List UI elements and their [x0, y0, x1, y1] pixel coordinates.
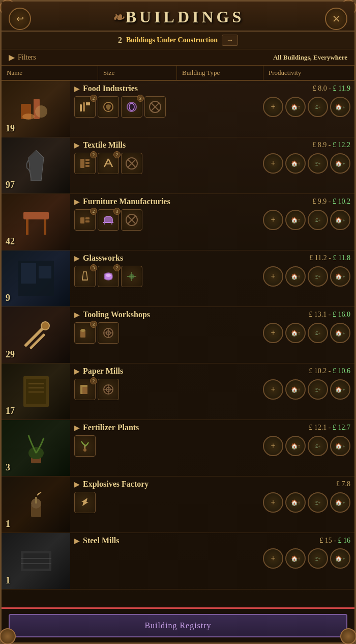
building-expand-fertilizer[interactable]: ▶: [74, 424, 80, 432]
col-header-name[interactable]: Name: [2, 66, 98, 80]
svg-rect-25: [44, 219, 46, 235]
add-building-btn-steel[interactable]: +: [263, 548, 283, 569]
building-icon-food-0[interactable]: 2: [74, 96, 96, 118]
profit-plus-btn-glass[interactable]: £+: [308, 266, 328, 287]
building-icon-paper-1[interactable]: [98, 379, 119, 400]
profit-plus-btn-explosives[interactable]: £+: [308, 492, 328, 513]
building-thumbnail-textile: 97: [2, 137, 70, 193]
add-building-btn-textile[interactable]: +: [263, 153, 283, 174]
svg-point-2: [22, 114, 35, 120]
col-header-building-type[interactable]: Building Type: [177, 66, 263, 80]
upgrade-all-btn-steel[interactable]: 🏠↑: [285, 548, 306, 569]
building-icon-explosives-0[interactable]: [74, 492, 96, 513]
productivity-high: £ 12.2: [333, 141, 350, 149]
back-button[interactable]: ↩: [9, 8, 31, 30]
construction-label[interactable]: Buildings Under Construction: [126, 36, 218, 44]
building-expand-food[interactable]: ▶: [74, 85, 80, 93]
profit-plus-btn-paper[interactable]: £+: [308, 379, 328, 400]
building-actions-fertilizer: + 🏠↑ £+ 🏠+: [263, 436, 350, 456]
profit-plus-btn-tooling[interactable]: £+: [308, 323, 328, 343]
building-expand-explosives[interactable]: ▶: [74, 480, 80, 489]
add-building-btn-explosives[interactable]: +: [263, 492, 283, 513]
filters-toggle[interactable]: ▶ Filters: [9, 52, 36, 62]
col-header-size[interactable]: Size: [98, 66, 177, 80]
building-expand-steel[interactable]: ▶: [74, 537, 80, 545]
productivity-low: £ 8.9: [312, 141, 327, 149]
svg-marker-6: [86, 102, 90, 105]
profit-plus-btn-steel[interactable]: £+: [308, 548, 328, 569]
building-icon-furniture-0[interactable]: 2: [74, 209, 96, 231]
upgrade-all-btn-paper[interactable]: 🏠↑: [285, 379, 306, 400]
construction-arrow[interactable]: →: [222, 35, 238, 46]
building-icon-glass-1[interactable]: 2: [98, 266, 119, 287]
building-icon-textile-0[interactable]: 2: [74, 153, 96, 174]
new-plus-btn-textile[interactable]: 🏠+: [330, 153, 350, 174]
building-productivity-fertilizer: £ 12.1 - £ 12.7: [309, 424, 350, 432]
add-building-btn-glass[interactable]: +: [263, 266, 283, 287]
building-content-glass: ▶ Glassworks £ 11.2 - £ 11.8 3 2 + 🏠: [70, 250, 354, 306]
new-plus-btn-food[interactable]: 🏠+: [330, 97, 350, 117]
profit-plus-btn-food[interactable]: £+: [308, 97, 328, 117]
new-plus-btn-furniture[interactable]: 🏠+: [330, 210, 350, 230]
thumb-bg: [2, 477, 70, 533]
building-icon-food-2[interactable]: 3: [121, 96, 142, 118]
close-button[interactable]: ✕: [325, 8, 347, 30]
building-icon-furniture-1[interactable]: 3: [98, 209, 119, 231]
building-icon-textile-1[interactable]: 2: [98, 153, 119, 174]
profit-plus-btn-textile[interactable]: £+: [308, 153, 328, 174]
upgrade-all-btn-explosives[interactable]: 🏠↑: [285, 492, 306, 513]
building-header-food: ▶ Food Industries £ 8.0 - £ 11.9: [74, 84, 350, 93]
building-entry-tooling: 29 ▶ Tooling Workshops £ 13.1 - £ 16.0 3: [2, 307, 354, 363]
productivity-high: £ 16: [338, 537, 351, 544]
building-icon-glass-0[interactable]: 3: [74, 266, 96, 287]
profit-plus-btn-furniture[interactable]: £+: [308, 210, 328, 230]
svg-line-17: [104, 159, 108, 167]
building-expand-paper[interactable]: ▶: [74, 367, 80, 376]
upgrade-all-btn-fertilizer[interactable]: 🏠↑: [285, 436, 306, 456]
new-plus-btn-glass[interactable]: 🏠+: [330, 266, 350, 287]
upgrade-all-btn-furniture[interactable]: 🏠↑: [285, 210, 306, 230]
add-building-btn-tooling[interactable]: +: [263, 323, 283, 343]
add-building-btn-food[interactable]: +: [263, 97, 283, 117]
building-icon-glass-2[interactable]: [121, 266, 142, 287]
building-name-textile: Textile Mills: [83, 141, 312, 150]
productivity-low: £ 9.9: [312, 198, 327, 205]
building-icon-textile-2[interactable]: [121, 153, 142, 174]
building-icon-food-3[interactable]: [144, 96, 166, 118]
thumb-bg: [2, 533, 70, 589]
add-building-btn-paper[interactable]: +: [263, 379, 283, 400]
upgrade-all-btn-glass[interactable]: 🏠↑: [285, 266, 306, 287]
upgrade-all-btn-tooling[interactable]: 🏠↑: [285, 323, 306, 343]
building-actions-explosives: + 🏠↑ £+ 🏠+: [263, 492, 350, 513]
new-plus-btn-fertilizer[interactable]: 🏠+: [330, 436, 350, 456]
building-registry-button[interactable]: Building Registry: [9, 614, 347, 637]
building-count-explosives: 1: [6, 519, 10, 529]
building-expand-tooling[interactable]: ▶: [74, 311, 80, 319]
building-icon-tooling-1[interactable]: [98, 322, 119, 344]
building-expand-textile[interactable]: ▶: [74, 141, 80, 150]
upgrade-all-btn-food[interactable]: 🏠↑: [285, 97, 306, 117]
new-plus-btn-explosives[interactable]: 🏠+: [330, 492, 350, 513]
building-entry-glass: 9 ▶ Glassworks £ 11.2 - £ 11.8 3 2: [2, 250, 354, 307]
new-plus-btn-steel[interactable]: 🏠+: [330, 548, 350, 569]
new-plus-btn-paper[interactable]: 🏠+: [330, 379, 350, 400]
col-header-productivity[interactable]: Productivity: [263, 66, 354, 80]
building-expand-furniture[interactable]: ▶: [74, 198, 80, 206]
building-expand-glass[interactable]: ▶: [74, 254, 80, 263]
profit-plus-btn-fertilizer[interactable]: £+: [308, 436, 328, 456]
productivity-low: £ 11.2: [309, 254, 327, 262]
building-icon-furniture-2[interactable]: [121, 209, 142, 231]
upgrade-all-btn-textile[interactable]: 🏠↑: [285, 153, 306, 174]
building-name-steel: Steel Mills: [83, 536, 319, 545]
add-building-btn-fertilizer[interactable]: +: [263, 436, 283, 456]
building-thumbnail-tooling: 29: [2, 307, 70, 363]
building-count-paper: 17: [6, 406, 15, 416]
building-icon-fertilizer-0[interactable]: [74, 435, 96, 457]
building-icon-paper-0[interactable]: 2: [74, 379, 96, 400]
new-plus-btn-tooling[interactable]: 🏠+: [330, 323, 350, 343]
building-icon-tooling-0[interactable]: 3: [74, 322, 96, 344]
add-building-btn-furniture[interactable]: +: [263, 210, 283, 230]
svg-rect-16: [85, 165, 90, 167]
building-name-furniture: Furniture Manufacturies: [83, 197, 312, 206]
building-icon-food-1[interactable]: [98, 96, 119, 118]
